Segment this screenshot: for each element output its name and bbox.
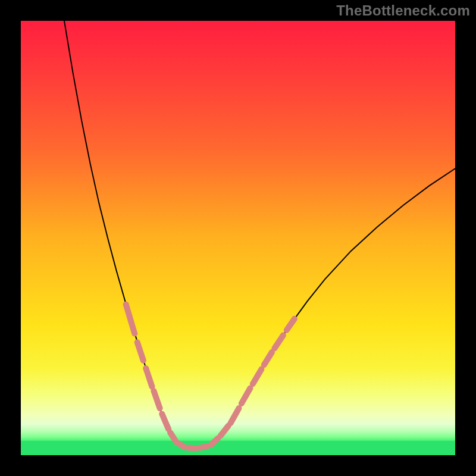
background-rect bbox=[21, 21, 455, 455]
plot-area bbox=[21, 21, 455, 455]
chart-frame: TheBottleneck.com bbox=[0, 0, 476, 476]
chart-svg bbox=[21, 21, 455, 455]
highlight-segment-left-8 bbox=[200, 446, 207, 447]
highlight-segment-left-7 bbox=[189, 448, 196, 449]
baseline-band bbox=[21, 441, 455, 455]
watermark-text: TheBottleneck.com bbox=[336, 2, 470, 19]
highlight-segment-left-6 bbox=[178, 443, 185, 447]
